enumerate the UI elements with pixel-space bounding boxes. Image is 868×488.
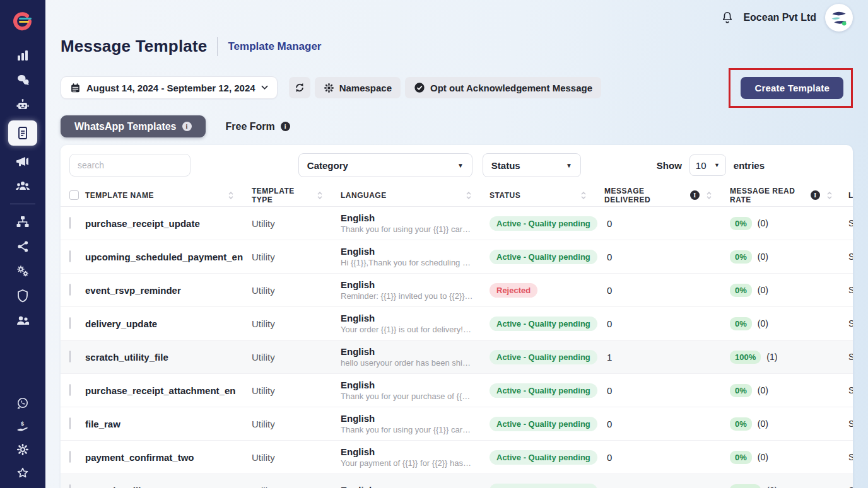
table-row[interactable]: purchase_receipt_update Utility English … xyxy=(61,207,853,240)
sidebar-item-security[interactable] xyxy=(10,287,35,305)
read-rate-count: (1) xyxy=(766,352,777,362)
last-column-partial: S xyxy=(848,452,853,462)
search-input[interactable] xyxy=(69,154,191,177)
row-checkbox[interactable] xyxy=(69,417,71,429)
sidebar-item-whatsapp[interactable] xyxy=(10,394,35,412)
eocean-logo-icon xyxy=(10,8,35,33)
eocean-logo[interactable] xyxy=(9,6,37,34)
table-row[interactable]: scratch_utility_file Utility English hel… xyxy=(61,340,853,374)
svg-text:$: $ xyxy=(21,421,24,427)
language-value: English xyxy=(341,446,490,457)
sidebar-item-favorites[interactable] xyxy=(10,464,35,482)
sidebar-item-integrations[interactable] xyxy=(10,262,35,280)
sidebar-item-settings[interactable] xyxy=(10,441,35,458)
table-body: purchase_receipt_update Utility English … xyxy=(61,207,853,488)
row-checkbox[interactable] xyxy=(69,351,71,363)
read-rate-percent: 0% xyxy=(730,451,752,464)
row-checkbox[interactable] xyxy=(69,284,71,296)
read-rate-cell: 0% (0) xyxy=(730,317,850,330)
tab-whatsapp-label: WhatsApp Templates xyxy=(74,121,177,132)
status-badge: Active - Quality pending xyxy=(490,484,597,488)
sidebar-item-bot[interactable] xyxy=(10,96,35,113)
sidebar-item-campaigns[interactable] xyxy=(10,153,35,170)
template-type: Utility xyxy=(252,285,341,296)
language-value: English xyxy=(341,485,490,488)
sort-icon[interactable] xyxy=(705,190,713,200)
sort-icon[interactable] xyxy=(226,190,235,200)
chevron-down-icon xyxy=(261,85,268,90)
message-delivered-count: 0 xyxy=(604,419,730,429)
sort-icon[interactable] xyxy=(315,190,324,200)
language-value: English xyxy=(341,380,490,390)
template-type: Utility xyxy=(252,419,341,429)
row-checkbox[interactable] xyxy=(69,250,71,262)
sidebar-item-payments[interactable]: $ xyxy=(10,417,35,435)
sidebar-item-share[interactable] xyxy=(10,238,35,255)
read-rate-percent: 0% xyxy=(730,284,752,297)
sort-icon[interactable] xyxy=(464,190,473,200)
table-row[interactable]: event_rsvp_reminder Utility English Remi… xyxy=(61,274,853,307)
row-checkbox[interactable] xyxy=(69,384,71,396)
sidebar-bottom-nav: $ xyxy=(10,394,35,482)
category-dropdown[interactable]: Category ▼ xyxy=(298,153,472,177)
namespace-button[interactable]: Namespace xyxy=(315,77,401,98)
breadcrumb-template-manager[interactable]: Template Manager xyxy=(228,40,321,53)
sort-icon[interactable] xyxy=(825,190,834,200)
sidebar: $ xyxy=(0,0,45,488)
tab-whatsapp-templates[interactable]: WhatsApp Templates i xyxy=(61,115,206,137)
create-template-button[interactable]: Create Template xyxy=(741,77,843,99)
message-delivered-count: 2 xyxy=(604,485,730,488)
tab-free-form[interactable]: Free Form i xyxy=(212,115,304,137)
language-cell: English Your order {{1}} is out for deli… xyxy=(341,313,490,334)
tab-free-form-label: Free Form xyxy=(226,121,275,132)
status-badge: Active - Quality pending xyxy=(490,216,597,231)
info-icon[interactable]: i xyxy=(182,122,192,131)
info-icon[interactable]: i xyxy=(811,190,820,200)
read-rate-percent: 0% xyxy=(730,417,752,431)
row-checkbox[interactable] xyxy=(69,317,71,329)
row-checkbox[interactable] xyxy=(69,451,71,463)
sidebar-item-dashboard[interactable] xyxy=(10,47,35,64)
select-all-checkbox[interactable] xyxy=(69,190,79,200)
table-row[interactable]: delivery_update Utility English Your ord… xyxy=(61,307,853,340)
refresh-button[interactable] xyxy=(289,77,310,98)
info-icon[interactable]: i xyxy=(690,190,700,200)
message-preview: Thank you for using your {{1}} car… xyxy=(341,425,490,434)
opt-out-acknowledgement-button[interactable]: Opt out Acknowledgement Message xyxy=(405,77,601,98)
template-type: Utility xyxy=(252,252,341,262)
sidebar-item-audience[interactable] xyxy=(10,177,35,195)
table-header: TEMPLATE NAME TEMPLATE TYPE LANGUAGE STA… xyxy=(61,184,853,207)
message-delivered-count: 0 xyxy=(604,452,730,463)
language-cell: English hello useryour order has been sh… xyxy=(341,346,490,368)
message-delivered-count: 0 xyxy=(604,252,730,262)
table-row[interactable]: purchase_receipt_attachment_en Utility E… xyxy=(61,374,853,407)
read-rate-count: (2) xyxy=(766,485,777,488)
whatsapp-icon xyxy=(16,397,29,409)
sort-icon[interactable] xyxy=(579,190,588,200)
language-value: English xyxy=(341,346,490,357)
status-dropdown[interactable]: Status ▼ xyxy=(483,153,581,177)
last-column-partial: S xyxy=(848,285,853,295)
row-checkbox[interactable] xyxy=(69,217,71,229)
dropdown-arrow-icon: ▼ xyxy=(714,162,720,168)
read-rate-count: (0) xyxy=(758,419,768,429)
notifications-button[interactable] xyxy=(720,11,734,25)
account-avatar[interactable] xyxy=(825,4,853,32)
table-row[interactable]: payment_confirmat_two Utility English Yo… xyxy=(61,441,853,474)
show-label: Show xyxy=(657,160,682,171)
sidebar-item-messages[interactable] xyxy=(10,71,35,89)
sidebar-item-templates[interactable] xyxy=(8,120,37,146)
table-row[interactable]: scratch_utility_two Utility English Acti… xyxy=(61,474,853,488)
page-size-control: Show 10 ▼ entries xyxy=(657,154,765,176)
sidebar-item-hierarchy[interactable] xyxy=(10,213,35,231)
read-rate-cell: 100% (2) xyxy=(730,484,850,488)
info-icon[interactable]: i xyxy=(281,122,290,131)
table-row[interactable]: upcoming_scheduled_payment_en Utility En… xyxy=(61,240,853,274)
sidebar-item-users[interactable] xyxy=(10,311,35,329)
page-size-select[interactable]: 10 ▼ xyxy=(689,154,726,176)
date-range-picker[interactable]: August 14, 2024 - September 12, 2024 xyxy=(61,76,278,99)
row-checkbox[interactable] xyxy=(69,484,71,488)
header-status: STATUS xyxy=(490,191,520,200)
language-cell: English Hi {{1}},Thank you for schedulin… xyxy=(341,246,490,267)
table-row[interactable]: file_raw Utility English Thank you for u… xyxy=(61,407,853,441)
